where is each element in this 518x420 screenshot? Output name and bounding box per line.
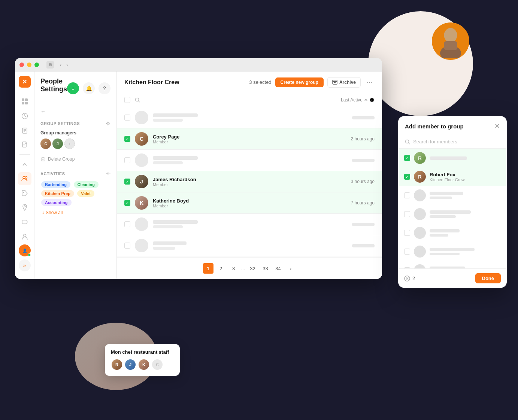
app-logo[interactable]: ✕	[19, 76, 31, 88]
header-notification-btn[interactable]: 🔔	[83, 82, 95, 94]
manager-avatar-add[interactable]: +	[64, 139, 75, 149]
show-all-arrow: ↓	[42, 210, 44, 215]
divider-1	[19, 154, 30, 155]
sidebar-item-tag[interactable]	[18, 187, 31, 200]
modal-footer: 2 Done	[398, 268, 507, 288]
modal-list-item[interactable]	[398, 205, 507, 223]
create-new-group-button[interactable]: Create new group	[275, 77, 324, 87]
sidebar-item-document[interactable]	[18, 139, 31, 152]
activity-tag-valet[interactable]: Valet	[77, 190, 94, 197]
page-btn-32[interactable]: 32	[247, 263, 258, 274]
show-all-button[interactable]: ↓ Show all	[40, 209, 110, 216]
modal-list-item[interactable]	[398, 223, 507, 242]
table-row[interactable]: ✓ J James Richardson Member 3 hours ago	[117, 171, 382, 192]
sidebar-item-person[interactable]	[18, 230, 31, 243]
done-button[interactable]: Done	[475, 273, 501, 283]
sidebar-toggle-btn[interactable]: ⊟	[46, 61, 54, 69]
row-checkbox[interactable]	[124, 115, 130, 121]
table-row[interactable]	[117, 235, 382, 256]
modal-member-group: Kitchen Floor Crew	[430, 177, 501, 182]
table-header: Kitchen Floor Crew 3 selected Create new…	[117, 71, 382, 93]
table-row[interactable]	[117, 150, 382, 171]
card-avatar-more: C	[151, 359, 163, 371]
modal-list-item[interactable]: ✓ R	[398, 149, 507, 167]
modal-list-item[interactable]: ✓ R Robert Fox Kitchen Floor Crew	[398, 167, 507, 186]
modal-member-avatar	[414, 227, 426, 239]
modal-list-item[interactable]	[398, 242, 507, 261]
modal-close-button[interactable]: ✕	[494, 122, 500, 130]
expand-traffic-light[interactable]	[34, 63, 39, 67]
row-checkbox[interactable]	[124, 243, 130, 249]
modal-checkbox[interactable]	[404, 267, 410, 268]
placeholder-name	[153, 220, 198, 224]
page-btn-34[interactable]: 34	[273, 263, 283, 274]
user-avatar-small[interactable]: 👤	[19, 244, 31, 256]
member-table: ✓ C Corey Page Member 2 hours ago	[117, 107, 382, 258]
sidebar-item-chevron[interactable]	[18, 158, 31, 171]
sort-icon[interactable]	[364, 98, 368, 102]
activity-tag-cleaning[interactable]: Cleaning	[74, 181, 99, 188]
back-button[interactable]: ←	[40, 109, 110, 115]
page-next-btn[interactable]: ›	[285, 263, 296, 274]
activity-tag-bartending[interactable]: Bartending	[41, 181, 70, 188]
modal-checkbox[interactable]	[404, 230, 410, 236]
member-info	[153, 220, 348, 228]
modal-checkbox[interactable]	[404, 211, 410, 217]
header-user-avatar[interactable]: U	[67, 82, 79, 94]
activity-tag-accounting[interactable]: Accounting	[41, 199, 72, 206]
modal-member-info	[430, 192, 501, 199]
modal-search[interactable]: Search for members	[398, 135, 507, 149]
sidebar-item-grid[interactable]	[18, 95, 31, 108]
sidebar-item-clipboard[interactable]	[18, 124, 31, 137]
member-role: Member	[153, 140, 346, 144]
table-row[interactable]	[117, 214, 382, 235]
header-help-btn[interactable]: ?	[99, 82, 110, 94]
modal-checkbox[interactable]	[404, 192, 410, 198]
search-icon	[135, 97, 140, 103]
modal-list-item[interactable]	[398, 261, 507, 268]
gear-icon[interactable]: ⚙	[106, 121, 110, 127]
forward-arrow[interactable]: ›	[65, 62, 70, 68]
activity-tag-kitchen-prep[interactable]: Kitchen Prep	[41, 190, 74, 197]
page-btn-2[interactable]: 2	[216, 263, 226, 274]
modal-checkbox[interactable]	[404, 249, 410, 255]
select-all-checkbox[interactable]	[124, 97, 130, 103]
expand-button[interactable]: »	[19, 259, 31, 271]
page-btn-3[interactable]: 3	[228, 263, 239, 274]
modal-list-item[interactable]	[398, 186, 507, 205]
member-info: Katherine Boyd Member	[153, 198, 346, 208]
member-last-active: 7 hours ago	[351, 200, 375, 206]
placeholder-line-2	[430, 234, 448, 237]
table-row[interactable]: ✓ K Katherine Boyd Member 7 hours ago	[117, 192, 382, 214]
row-checkbox[interactable]	[124, 221, 130, 227]
sidebar-item-location[interactable]	[18, 201, 31, 214]
svg-point-35	[406, 140, 409, 143]
back-arrow[interactable]: ‹	[58, 62, 63, 68]
row-checkbox[interactable]: ✓	[124, 136, 130, 142]
more-options-button[interactable]: ···	[364, 77, 375, 88]
group-managers-label: Group managers	[40, 130, 110, 136]
svg-point-21	[23, 234, 26, 237]
row-checkbox[interactable]	[124, 157, 130, 163]
page-btn-1[interactable]: 1	[203, 263, 213, 274]
sidebar-item-clock[interactable]	[18, 109, 31, 122]
svg-point-18	[25, 177, 27, 179]
minimize-traffic-light[interactable]	[27, 63, 31, 67]
sidebar-item-people[interactable]	[18, 172, 31, 185]
delete-group-button[interactable]: Delete Group	[40, 155, 110, 163]
close-traffic-light[interactable]	[19, 63, 24, 67]
table-row[interactable]: ✓ C Corey Page Member 2 hours ago	[117, 128, 382, 150]
placeholder-time	[352, 223, 375, 226]
modal-member-info	[430, 248, 501, 255]
table-row[interactable]	[117, 107, 382, 128]
sidebar-item-label[interactable]	[18, 216, 31, 229]
activities-edit-icon[interactable]: ✏	[106, 171, 110, 176]
modal-checkbox[interactable]: ✓	[404, 174, 410, 180]
info-icon[interactable]	[369, 97, 375, 103]
archive-button[interactable]: Archive	[327, 77, 361, 88]
row-checkbox[interactable]: ✓	[124, 200, 130, 206]
row-checkbox[interactable]: ✓	[124, 179, 130, 185]
x-circle-icon[interactable]	[404, 276, 410, 281]
page-btn-33[interactable]: 33	[260, 263, 270, 274]
modal-checkbox[interactable]: ✓	[404, 155, 410, 161]
